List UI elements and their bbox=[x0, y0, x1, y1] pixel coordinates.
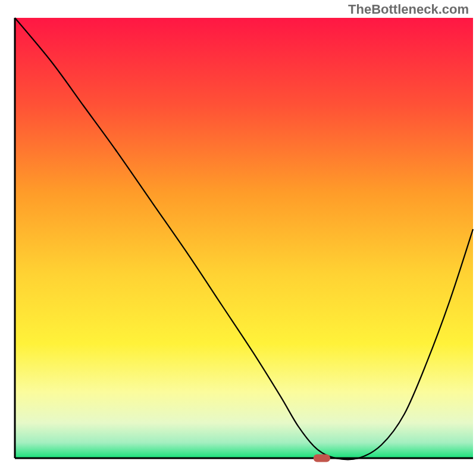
bottleneck-chart bbox=[0, 0, 476, 476]
optimal-marker bbox=[314, 455, 330, 462]
watermark-label: TheBottleneck.com bbox=[348, 2, 469, 17]
chart-container: TheBottleneck.com bbox=[0, 0, 476, 476]
chart-background bbox=[15, 18, 473, 458]
